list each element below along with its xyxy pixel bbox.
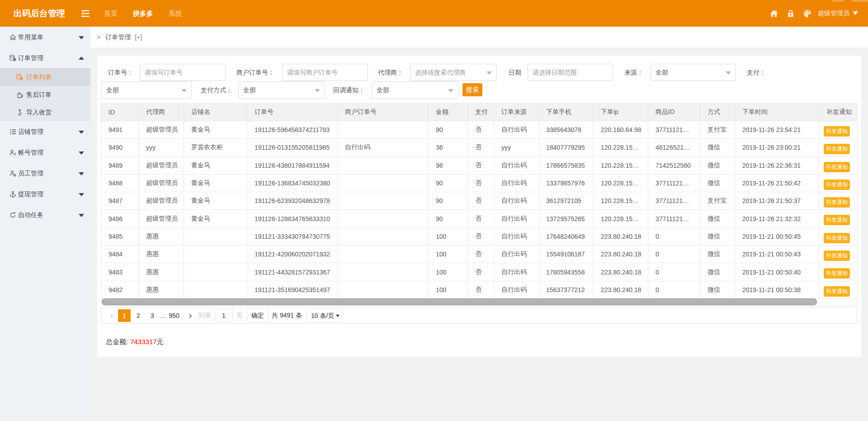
table-cell: 17866575835 xyxy=(539,156,594,174)
resend-notify-button[interactable]: 补发通知 xyxy=(824,144,850,154)
import-icon xyxy=(16,109,23,116)
sidebar-subitem-0[interactable]: 订单列表 xyxy=(0,68,90,86)
table-cell: 微信 xyxy=(700,210,735,227)
column-header: 补发通知 xyxy=(819,104,858,121)
table-row: 9488超级管理员黄金马191126-13683474503238090否自行出… xyxy=(101,174,858,192)
table-cell: yyy xyxy=(139,139,184,156)
table-cell: 191121-333430784730775 xyxy=(247,227,338,245)
table-cell: 否 xyxy=(468,227,494,245)
table-cell: 自行出码 xyxy=(494,174,539,192)
home-icon[interactable] xyxy=(769,9,778,18)
next-page-button[interactable] xyxy=(186,312,195,319)
sidebar-subitem-2[interactable]: 导入收货 xyxy=(0,104,90,121)
table-cell: 否 xyxy=(468,210,494,227)
merchant-no-input[interactable] xyxy=(282,64,368,81)
prev-page-button[interactable] xyxy=(108,312,117,319)
page-button-2[interactable]: 2 xyxy=(132,309,145,322)
resend-notify-button[interactable]: 补发通知 xyxy=(824,197,850,208)
sidebar-item-2[interactable]: 店铺管理 xyxy=(0,121,90,142)
scrollbar-thumb[interactable] xyxy=(102,298,817,305)
nav-item-pinduoduo[interactable]: 拼多多 xyxy=(126,0,160,27)
table-cell: 自行出码 xyxy=(494,263,539,281)
table-cell: 0 xyxy=(648,246,700,263)
sidebar-item-0[interactable]: 常用菜单 xyxy=(0,27,90,47)
sidebar-item-label: 自动任务 xyxy=(18,204,43,225)
table-cell: 191126-438017884911594 xyxy=(247,156,338,174)
lock-icon[interactable] xyxy=(786,9,795,18)
resend-notify-button[interactable]: 补发通知 xyxy=(824,268,850,279)
table-cell: 37711121… xyxy=(648,174,700,192)
nav-item-home[interactable]: 首页 xyxy=(97,0,124,27)
table-cell: 37711121… xyxy=(648,210,700,227)
table-cell: 2019-11-21 00:50:45 xyxy=(735,227,819,245)
resend-notify-button[interactable]: 补发通知 xyxy=(824,126,850,137)
chevron-down-icon xyxy=(448,89,453,95)
table-cell: 90 xyxy=(429,121,468,139)
resend-notify-button[interactable]: 补发通知 xyxy=(824,286,850,297)
palette-icon[interactable] xyxy=(803,9,812,18)
breadcrumb-separator: > xyxy=(97,33,100,41)
table-cell: 223.80.240.18 xyxy=(594,263,648,281)
table-cell: 9482 xyxy=(101,281,139,298)
page-ellipsis: … xyxy=(160,312,166,319)
top-tab-highlight-2 xyxy=(852,0,868,2)
sidebar-subitem-label: 订单列表 xyxy=(26,68,52,86)
sidebar-item-1[interactable]: 订单管理 xyxy=(0,47,90,68)
breadcrumb-expand[interactable]: [+] xyxy=(135,33,142,41)
table-cell: 9489 xyxy=(101,156,139,174)
column-header: 下单手机 xyxy=(539,104,594,121)
table-cell: 自行出码 xyxy=(494,227,539,245)
resend-notify-button[interactable]: 补发通知 xyxy=(824,233,850,243)
goto-page-input[interactable] xyxy=(215,309,233,322)
table-cell: 微信 xyxy=(700,174,735,192)
confirm-page-button[interactable]: 确定 xyxy=(247,309,269,322)
table-cell: 220.160.64.98 xyxy=(594,121,648,139)
column-header: 商品ID xyxy=(648,104,700,121)
table-cell: 3612972105 xyxy=(539,192,594,210)
page-size-select[interactable]: 10 条/页 xyxy=(306,309,343,322)
table-cell: 37711121… xyxy=(648,192,700,210)
table-cell xyxy=(184,227,247,245)
callback-select[interactable]: 全部 xyxy=(372,81,458,99)
sidebar-item-5[interactable]: 提现管理 xyxy=(0,184,90,204)
sidebar-item-3[interactable]: 帐号管理 xyxy=(0,142,90,163)
table-cell: 191126-128834765633310 xyxy=(247,210,338,227)
resend-notify-button[interactable]: 补发通知 xyxy=(824,251,850,261)
agent-select[interactable]: 选择或搜索代理商 xyxy=(410,64,497,81)
user-menu[interactable]: 超级管理员 xyxy=(818,9,858,18)
resend-notify-button[interactable]: 补发通知 xyxy=(824,215,850,225)
table-cell: 自行出码 xyxy=(494,156,539,174)
source-select[interactable]: 全部 xyxy=(651,64,736,81)
sidebar-item-6[interactable]: 自动任务 xyxy=(0,204,90,225)
pay-label: 支付： xyxy=(747,64,766,81)
search-button[interactable]: 搜索 xyxy=(462,83,482,96)
table-cell: 0 xyxy=(648,263,700,281)
table-cell xyxy=(338,121,429,139)
table-cell xyxy=(338,281,429,298)
date-range-input[interactable] xyxy=(528,64,613,81)
table-cell: 223.80.240.18 xyxy=(594,246,648,263)
nav-item-system[interactable]: 系统 xyxy=(162,0,189,27)
table-cell: 120.228.15… xyxy=(594,156,648,174)
page-button-3[interactable]: 3 xyxy=(146,309,159,322)
table-row: 9484惠惠191121-420060202071932100否自行出码1554… xyxy=(101,246,858,263)
resend-notify-button[interactable]: 补发通知 xyxy=(824,180,850,190)
page-button-950[interactable]: 950 xyxy=(168,309,180,322)
table-cell: 191126-623932048632978 xyxy=(247,192,338,210)
resend-notify-button[interactable]: 补发通知 xyxy=(824,162,850,172)
table-row: 9482惠惠191121-351690425351497100否自行出码1563… xyxy=(101,281,858,298)
table-cell: 否 xyxy=(468,139,494,156)
table-row: 9489超级管理员黄金马191126-43801788491159498否自行出… xyxy=(101,156,858,174)
collapse-sidebar-icon[interactable] xyxy=(81,10,90,17)
order-no-input[interactable] xyxy=(140,64,226,81)
page-button-1[interactable]: 1 xyxy=(118,309,131,322)
pay-select[interactable]: 全部 xyxy=(101,81,192,99)
pay-method-select[interactable]: 全部 xyxy=(238,81,325,99)
sidebar-subitem-1[interactable]: 售后订单 xyxy=(0,86,90,104)
column-header: 代理商 xyxy=(139,104,184,121)
chevron-down-icon xyxy=(79,151,84,157)
horizontal-scrollbar[interactable] xyxy=(101,298,858,306)
agent-label: 代理商： xyxy=(378,64,403,81)
table-cell: 15637377212 xyxy=(539,281,594,298)
sidebar-item-4[interactable]: 员工管理 xyxy=(0,163,90,184)
